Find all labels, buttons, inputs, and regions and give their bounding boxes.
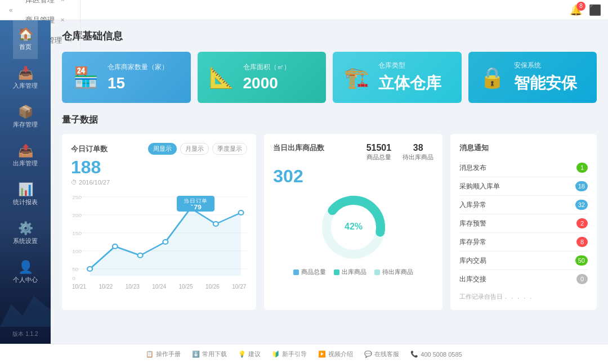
notif-badge-1: 18 bbox=[575, 181, 588, 191]
stat-label-0: 商品总量 bbox=[366, 153, 392, 161]
logout-btn[interactable]: ⬛ bbox=[589, 4, 601, 16]
notif-label-6: 出库交接 bbox=[459, 275, 486, 284]
info-card-label-1: 仓库面积（㎡） bbox=[243, 62, 290, 72]
info-card-icon-1: 📐 bbox=[209, 66, 234, 89]
notif-label-4: 库存异常 bbox=[459, 237, 486, 247]
footer-label-3: 新手引导 bbox=[282, 350, 307, 358]
sidebar-label-6: 个人中心 bbox=[13, 276, 38, 284]
svg-text:200: 200 bbox=[72, 213, 82, 218]
info-card-text-1: 仓库面积（㎡） 2000 bbox=[243, 62, 290, 92]
footer-label-5: 在线客服 bbox=[374, 350, 399, 358]
info-card-icon-2: 🏗️ bbox=[344, 66, 369, 89]
footer-item-4[interactable]: ▶️视频介绍 bbox=[318, 350, 353, 358]
footer-icon-3: 🔰 bbox=[272, 350, 280, 358]
legend-dot-1 bbox=[334, 269, 339, 275]
notif-badge-0: 1 bbox=[576, 163, 588, 173]
footer-icon-2: 💡 bbox=[238, 350, 246, 358]
footer-item-6[interactable]: 📞400 5008 0585 bbox=[410, 350, 462, 358]
legend-item-1: 出库商品 bbox=[334, 268, 366, 276]
footer-icon-4: ▶️ bbox=[318, 350, 326, 358]
sidebar-item-1[interactable]: 📥 入库管理 bbox=[13, 59, 38, 98]
footer-item-3[interactable]: 🔰新手引导 bbox=[272, 350, 307, 358]
sidebar-icon-2: 📦 bbox=[18, 106, 33, 118]
svg-point-16 bbox=[163, 240, 168, 244]
notif-item-0[interactable]: 消息发布 1 bbox=[459, 159, 588, 177]
info-card-icon-0: 🏪 bbox=[73, 66, 99, 89]
notif-item-1[interactable]: 采购顺入库单 18 bbox=[459, 177, 588, 196]
tab-close-1[interactable]: ✕ bbox=[60, 0, 65, 3]
info-card-value-1: 2000 bbox=[243, 74, 290, 92]
tab-bar-right: 🔔 8 ⬛ bbox=[570, 4, 608, 16]
sidebar-icon-5: ⚙️ bbox=[18, 222, 33, 235]
svg-text:50: 50 bbox=[72, 267, 78, 272]
footer-item-5[interactable]: 💬在线客服 bbox=[364, 350, 399, 358]
svg-point-24 bbox=[187, 205, 194, 211]
page-title: 仓库基础信息 bbox=[62, 29, 597, 43]
tab-bar: « 数据✕库区管理✕商品管理✕入库单管理✕ 🔔 8 ⬛ bbox=[0, 0, 608, 20]
svg-point-13 bbox=[87, 267, 92, 271]
notification-bell[interactable]: 🔔 8 bbox=[570, 4, 582, 16]
legend-dot-0 bbox=[293, 269, 299, 275]
main-layout: 🏠 首页 📥 入库管理 📦 库存管理 📤 出库管理 📊 统计报表 ⚙️ 系统设置… bbox=[0, 20, 608, 344]
notif-badge-6: 0 bbox=[576, 274, 588, 284]
outbound-stat-1: 38待出库商品 bbox=[403, 143, 433, 161]
svg-text:250: 250 bbox=[72, 195, 82, 200]
footer-icon-0: 📋 bbox=[146, 350, 154, 358]
view-btn-1[interactable]: 月显示 bbox=[180, 143, 209, 155]
sidebar-item-4[interactable]: 📊 统计报表 bbox=[13, 176, 38, 214]
footer-item-2[interactable]: 💡建议 bbox=[238, 350, 261, 358]
footer-label-6: 400 5008 0585 bbox=[421, 351, 462, 358]
svg-text:0: 0 bbox=[72, 276, 75, 281]
donut-legend: 商品总量出库商品待出库商品 bbox=[273, 268, 433, 276]
sidebar-item-5[interactable]: ⚙️ 系统设置 bbox=[13, 214, 38, 253]
orders-date: ⏱ 2016/10/27 bbox=[71, 179, 247, 186]
notif-badge-5: 50 bbox=[575, 255, 588, 266]
content-area: 仓库基础信息 🏪 仓库商家数量（家） 15 📐 仓库面积（㎡） 2000 🏗️ … bbox=[51, 20, 608, 344]
info-card-text-2: 仓库类型 立体仓库 bbox=[378, 61, 441, 94]
sidebar-item-0[interactable]: 🏠 首页 bbox=[13, 20, 38, 59]
notif-item-5[interactable]: 库内交易 50 bbox=[459, 251, 588, 270]
info-card-value-2: 立体仓库 bbox=[378, 73, 441, 94]
info-card-3: 🔒 安保系统 智能安保 bbox=[468, 52, 597, 103]
notif-item-4[interactable]: 库存异常 8 bbox=[459, 233, 588, 251]
notif-badge-4: 8 bbox=[576, 237, 588, 247]
view-btn-2[interactable]: 季度显示 bbox=[212, 143, 247, 155]
sidebar-item-2[interactable]: 📦 库存管理 bbox=[13, 98, 38, 137]
chart-x-label-2: 10/23 bbox=[126, 284, 140, 290]
notif-item-2[interactable]: 入库异常 32 bbox=[459, 196, 588, 214]
footer-icon-1: ⬇️ bbox=[192, 350, 200, 358]
tab-collapse-btn[interactable]: « bbox=[5, 6, 17, 14]
footer-label-1: 常用下载 bbox=[202, 350, 227, 358]
notif-item-3[interactable]: 库存预警 2 bbox=[459, 214, 588, 233]
sidebar-item-3[interactable]: 📤 出库管理 bbox=[13, 137, 38, 176]
sidebar-label-3: 出库管理 bbox=[13, 159, 38, 168]
outbound-stats: 51501商品总量38待出库商品 bbox=[366, 143, 434, 161]
info-card-2: 🏗️ 仓库类型 立体仓库 bbox=[333, 52, 462, 103]
orders-count: 188 bbox=[71, 157, 247, 178]
footer-item-1[interactable]: ⬇️常用下载 bbox=[192, 350, 227, 358]
legend-dot-2 bbox=[374, 269, 380, 275]
sidebar-icon-0: 🏠 bbox=[18, 28, 33, 41]
notif-item-6[interactable]: 出库交接 0 bbox=[459, 270, 588, 288]
chart-x-label-6: 10/27 bbox=[232, 284, 246, 290]
notif-label-3: 库存预警 bbox=[459, 219, 486, 228]
stat-val-1: 38 bbox=[403, 143, 433, 153]
footer: 📋操作手册⬇️常用下载💡建议🔰新手引导▶️视频介绍💬在线客服📞400 5008 … bbox=[0, 344, 608, 364]
svg-point-18 bbox=[213, 222, 218, 226]
stat-label-1: 待出库商品 bbox=[403, 153, 433, 161]
view-btn-0[interactable]: 周显示 bbox=[148, 143, 177, 155]
footer-label-2: 建议 bbox=[248, 350, 261, 358]
footer-item-0[interactable]: 📋操作手册 bbox=[146, 350, 181, 358]
chart-x-label-4: 10/25 bbox=[179, 284, 193, 290]
orders-header: 今日订单数 周显示月显示季度显示 bbox=[71, 143, 247, 155]
svg-point-15 bbox=[138, 253, 143, 258]
work-log: 工作记录自告日．．．．． bbox=[459, 293, 588, 301]
sidebar-item-6[interactable]: 👤 个人中心 bbox=[13, 253, 38, 292]
section-title: 量子数据 bbox=[62, 114, 597, 126]
svg-text:150: 150 bbox=[72, 231, 82, 236]
tab-1[interactable]: 库区管理✕ bbox=[17, 0, 81, 10]
chart-x-labels: 10/2110/2210/2310/2410/2510/2610/27 bbox=[71, 284, 247, 290]
tab-close-3[interactable]: ✕ bbox=[68, 38, 72, 43]
sidebar-icon-6: 👤 bbox=[18, 261, 33, 273]
tab-close-2[interactable]: ✕ bbox=[60, 17, 65, 23]
